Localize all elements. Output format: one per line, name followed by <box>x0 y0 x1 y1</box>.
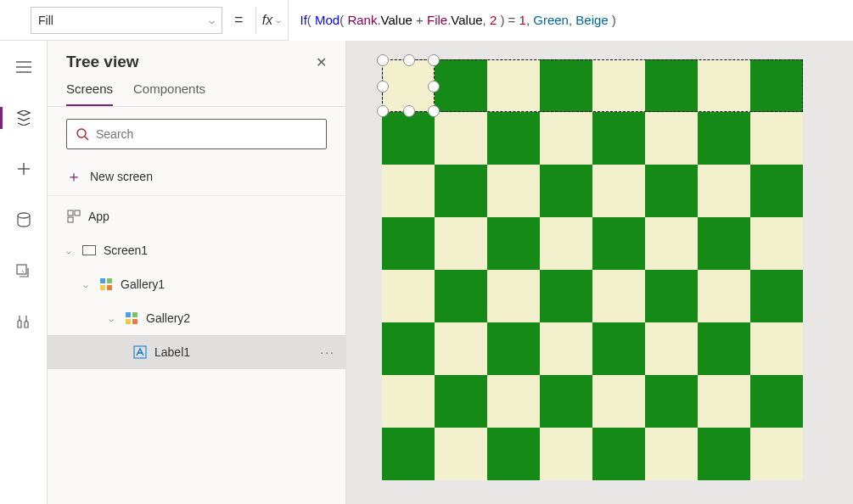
board-square <box>592 59 645 112</box>
insert-icon[interactable] <box>0 154 48 183</box>
board-square <box>382 217 435 270</box>
search-input[interactable] <box>96 127 317 141</box>
chevron-down-icon[interactable]: ⌵ <box>83 280 95 289</box>
board-square <box>750 165 803 217</box>
hamburger-icon[interactable] <box>0 53 48 81</box>
label-icon <box>132 344 148 360</box>
svg-rect-5 <box>68 217 73 222</box>
close-icon[interactable]: ✕ <box>316 54 327 70</box>
board-square <box>382 375 435 428</box>
board-square <box>698 270 750 322</box>
board-square <box>487 322 540 375</box>
board-square <box>487 112 540 165</box>
board-square <box>382 270 435 322</box>
more-icon[interactable]: ∙∙∙ <box>320 345 335 359</box>
resize-handle[interactable] <box>428 54 440 66</box>
resize-handle[interactable] <box>377 54 389 66</box>
tree-item-app[interactable]: App <box>48 199 345 233</box>
chevron-down-icon[interactable]: ⌵ <box>66 246 78 255</box>
tree-item-label1[interactable]: Label1 ∙∙∙ <box>48 335 345 369</box>
board-square <box>487 217 540 270</box>
board-square <box>750 322 803 375</box>
screen-icon <box>81 243 97 258</box>
gallery-icon <box>124 311 139 326</box>
equals-sign: = <box>234 11 244 29</box>
tree-item-label: Gallery1 <box>121 277 165 291</box>
svg-rect-4 <box>75 210 80 216</box>
property-name: Fill <box>38 14 53 27</box>
tree-item-label: App <box>88 210 109 223</box>
board-square <box>435 165 487 217</box>
board-square <box>750 59 803 112</box>
board-square <box>645 217 698 270</box>
formula-bar: Fill ⌵ = fx ⌵ If( Mod( Rank.Value + File… <box>0 0 853 41</box>
tree-item-label: Label1 <box>154 345 190 359</box>
board-square <box>645 112 698 165</box>
canvas[interactable] <box>346 41 853 504</box>
board-square <box>435 217 487 270</box>
board-square <box>592 375 645 428</box>
selection-outline[interactable] <box>382 59 435 112</box>
board-square <box>645 165 698 217</box>
chessboard <box>382 59 803 480</box>
tree-item-screen1[interactable]: ⌵ Screen1 <box>48 233 345 267</box>
svg-rect-12 <box>132 312 137 317</box>
board-square <box>382 112 435 165</box>
board-square <box>487 428 540 480</box>
board-square <box>645 322 698 375</box>
board-square <box>592 270 645 322</box>
resize-handle[interactable] <box>377 105 389 117</box>
board-square <box>435 112 487 165</box>
media-icon[interactable] <box>0 256 48 285</box>
tree-item-gallery2[interactable]: ⌵ Gallery2 <box>48 301 345 335</box>
tools-icon[interactable] <box>0 307 48 336</box>
board-square <box>435 59 487 112</box>
board-square <box>645 59 698 112</box>
board-square <box>698 375 750 428</box>
tree-view-panel: Tree view ✕ Screens Components ＋ New scr… <box>48 41 346 504</box>
new-screen-button[interactable]: ＋ New screen <box>48 158 345 196</box>
board-square <box>645 428 698 480</box>
left-rail <box>0 41 48 504</box>
svg-point-2 <box>77 129 86 137</box>
tree-item-gallery1[interactable]: ⌵ Gallery1 <box>48 267 345 301</box>
tree-item-label: Screen1 <box>104 244 148 257</box>
svg-point-0 <box>18 213 30 218</box>
chevron-down-icon[interactable]: ⌵ <box>109 314 121 323</box>
svg-rect-9 <box>100 285 105 290</box>
board-square <box>382 165 435 217</box>
board-square <box>592 112 645 165</box>
board-square <box>750 217 803 270</box>
main-area: Tree view ✕ Screens Components ＋ New scr… <box>0 41 853 504</box>
board-square <box>540 112 592 165</box>
board-square <box>592 322 645 375</box>
svg-rect-6 <box>83 246 96 255</box>
tab-screens[interactable]: Screens <box>66 81 113 106</box>
data-icon[interactable] <box>0 205 48 234</box>
property-selector[interactable]: Fill ⌵ <box>31 7 222 34</box>
board-square <box>750 428 803 480</box>
svg-rect-8 <box>107 278 112 283</box>
svg-rect-10 <box>107 285 112 290</box>
board-square <box>382 322 435 375</box>
resize-handle[interactable] <box>403 105 415 117</box>
board-square <box>750 112 803 165</box>
search-box[interactable] <box>66 119 327 149</box>
resize-handle[interactable] <box>377 81 389 92</box>
svg-rect-3 <box>68 210 73 216</box>
board-square <box>540 270 592 322</box>
formula-input[interactable]: If( Mod( Rank.Value + File.Value, 2 ) = … <box>288 0 853 41</box>
fx-button[interactable]: fx ⌵ <box>255 7 288 34</box>
resize-handle[interactable] <box>428 105 440 117</box>
board-square <box>592 165 645 217</box>
board-square <box>487 270 540 322</box>
resize-handle[interactable] <box>403 54 415 66</box>
board-square <box>698 217 750 270</box>
tree-view-icon[interactable] <box>0 104 48 132</box>
svg-rect-7 <box>100 278 105 283</box>
tab-components[interactable]: Components <box>133 81 205 106</box>
resize-handle[interactable] <box>428 81 440 92</box>
board-square <box>645 270 698 322</box>
board-square <box>698 165 750 217</box>
board-square <box>435 322 487 375</box>
